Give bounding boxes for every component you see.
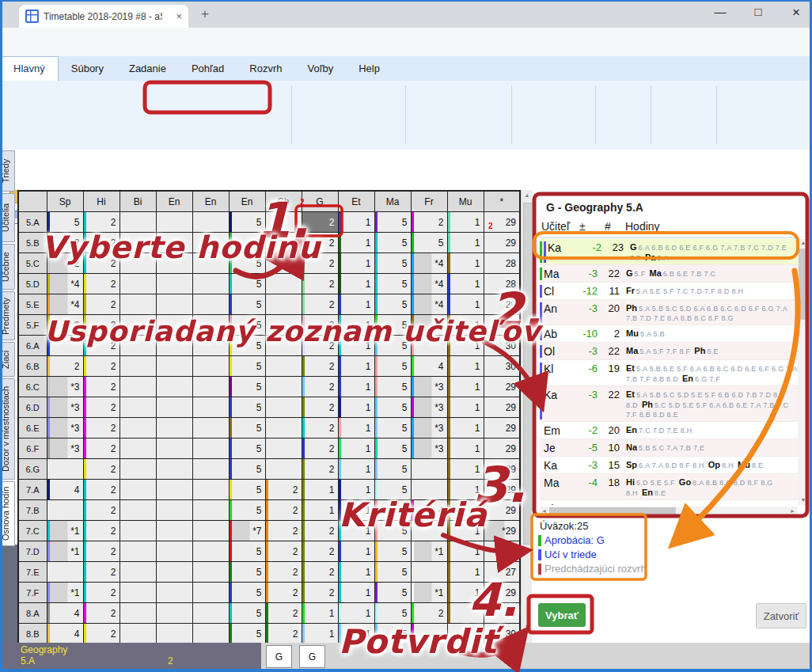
- lesson-cell[interactable]: [265, 253, 302, 274]
- lesson-cell[interactable]: [192, 233, 229, 253]
- lesson-cell[interactable]: [156, 274, 192, 294]
- lesson-cell[interactable]: 1: [447, 583, 484, 603]
- lesson-cell[interactable]: 1: [338, 253, 374, 274]
- lesson-cell[interactable]: [265, 397, 302, 418]
- lesson-cell[interactable]: [192, 212, 229, 233]
- lesson-cell[interactable]: 2: [265, 562, 302, 583]
- lesson-cell[interactable]: 2: [302, 459, 338, 480]
- scroll-down-icon[interactable]: ▼: [522, 624, 533, 629]
- lesson-cell[interactable]: [156, 253, 192, 274]
- lesson-cell[interactable]: 1: [447, 294, 484, 315]
- row-header-8.A[interactable]: 8.A: [18, 603, 47, 624]
- lesson-cell[interactable]: [156, 624, 192, 644]
- lesson-cell[interactable]: 5: [229, 315, 265, 336]
- lesson-cell[interactable]: *3: [411, 439, 447, 459]
- lesson-cell[interactable]: [192, 541, 229, 562]
- lesson-cell[interactable]: [411, 480, 447, 500]
- lesson-cell[interactable]: [192, 356, 229, 377]
- lesson-cell[interactable]: 2: [265, 480, 302, 500]
- lesson-cell[interactable]: 2: [83, 603, 120, 624]
- lesson-cell[interactable]: 2: [265, 583, 302, 603]
- lesson-cell[interactable]: [192, 418, 229, 439]
- scroll-down-icon[interactable]: ▼: [798, 497, 809, 503]
- lesson-cell[interactable]: [120, 562, 156, 583]
- lesson-cell[interactable]: 2: [83, 233, 120, 253]
- lesson-cell[interactable]: [156, 459, 192, 480]
- lesson-cell[interactable]: 5: [229, 603, 265, 624]
- lesson-cell[interactable]: 5: [374, 418, 411, 439]
- row-header-5.C[interactable]: 5.C: [18, 253, 47, 274]
- lesson-cell[interactable]: 2: [83, 315, 120, 336]
- lesson-cell[interactable]: [120, 603, 156, 624]
- lesson-cell[interactable]: 5: [374, 356, 411, 377]
- lesson-cell[interactable]: 30: [484, 624, 520, 644]
- lesson-cell[interactable]: [192, 562, 229, 583]
- lesson-cell[interactable]: 29: [484, 500, 520, 521]
- lesson-cell[interactable]: 1: [338, 315, 374, 336]
- scroll-left-icon[interactable]: ◄: [541, 508, 547, 514]
- hscrollbar-thumb[interactable]: [549, 507, 676, 515]
- lesson-cell[interactable]: [192, 294, 229, 315]
- lesson-cell[interactable]: 29: [484, 418, 520, 439]
- lesson-cell[interactable]: 5: [229, 583, 265, 603]
- lesson-cell[interactable]: [156, 603, 192, 624]
- lesson-cell[interactable]: [411, 521, 447, 541]
- lesson-cell[interactable]: 5: [229, 274, 265, 294]
- lesson-cell[interactable]: [120, 336, 156, 356]
- scroll-right-icon[interactable]: ►: [790, 508, 795, 514]
- lesson-cell[interactable]: 5: [229, 418, 265, 439]
- lesson-cell[interactable]: 1: [338, 624, 374, 644]
- lesson-cell[interactable]: 5: [229, 356, 265, 377]
- menu-item-zadanie[interactable]: Zadanie: [116, 57, 179, 81]
- lesson-cell[interactable]: 1: [338, 212, 374, 233]
- teacher-row-Ol[interactable]: Ol-322Ma5.A 5.F 7.F 8.FPh6.E: [540, 343, 798, 360]
- lesson-cell[interactable]: 2: [302, 274, 338, 294]
- lesson-cell[interactable]: 1: [302, 603, 338, 624]
- lesson-cell[interactable]: *4: [411, 315, 447, 336]
- lesson-cell[interactable]: 2: [83, 583, 120, 603]
- lesson-cell[interactable]: [120, 315, 156, 336]
- lesson-cell[interactable]: *1: [411, 583, 447, 603]
- menu-item-help[interactable]: Help: [346, 57, 393, 81]
- lesson-cell[interactable]: [120, 274, 156, 294]
- lesson-cell[interactable]: 1: [338, 294, 374, 315]
- lesson-cell[interactable]: 2: [83, 274, 120, 294]
- lesson-cell[interactable]: 1: [302, 480, 338, 500]
- lesson-cell[interactable]: 2: [265, 603, 302, 624]
- lesson-cell[interactable]: 5: [229, 480, 265, 500]
- lesson-cell[interactable]: 1: [338, 439, 374, 459]
- lesson-cell[interactable]: 5: [374, 336, 411, 356]
- lesson-cell[interactable]: [265, 418, 302, 439]
- lesson-cell[interactable]: 1: [447, 541, 484, 562]
- lesson-cell[interactable]: 1: [447, 397, 484, 418]
- row-header-7.D[interactable]: 7.D: [18, 541, 47, 562]
- lesson-cell[interactable]: [156, 500, 192, 521]
- lesson-cell[interactable]: 2: [83, 500, 120, 521]
- lesson-cell[interactable]: 5: [374, 294, 411, 315]
- lesson-cell[interactable]: 2: [265, 624, 302, 644]
- vscrollbar-thumb[interactable]: [799, 249, 807, 320]
- lesson-cell[interactable]: [120, 233, 156, 253]
- card-button-G[interactable]: G: [299, 645, 325, 668]
- lesson-cell[interactable]: 1: [338, 459, 374, 480]
- tab-close-icon[interactable]: ×: [176, 10, 182, 22]
- lesson-cell[interactable]: 2: [47, 233, 83, 253]
- lesson-cell[interactable]: [192, 500, 229, 521]
- lesson-cell[interactable]: [447, 603, 484, 624]
- lesson-cell[interactable]: 2: [302, 541, 338, 562]
- lesson-cell[interactable]: [192, 336, 229, 356]
- lesson-cell[interactable]: 1: [338, 500, 374, 521]
- teacher-row-Al[interactable]: Al-223Ph8.A 8.C 8.F 8.GSp5.B 5.C 6.C 6.D…: [540, 500, 798, 505]
- lesson-cell[interactable]: [156, 315, 192, 336]
- lesson-cell[interactable]: 2: [411, 603, 447, 624]
- lesson-cell[interactable]: 1: [447, 480, 484, 500]
- lesson-cell[interactable]: 5: [229, 562, 265, 583]
- lesson-cell[interactable]: 2: [411, 212, 447, 233]
- lesson-cell[interactable]: 2: [302, 439, 338, 459]
- lesson-cell[interactable]: 2: [302, 562, 338, 583]
- lesson-cell[interactable]: 5: [229, 336, 265, 356]
- lesson-cell[interactable]: 28: [484, 294, 520, 315]
- lesson-cell[interactable]: 5: [374, 397, 411, 418]
- lesson-cell[interactable]: 1: [338, 583, 374, 603]
- row-header-5.D[interactable]: 5.D: [18, 274, 47, 294]
